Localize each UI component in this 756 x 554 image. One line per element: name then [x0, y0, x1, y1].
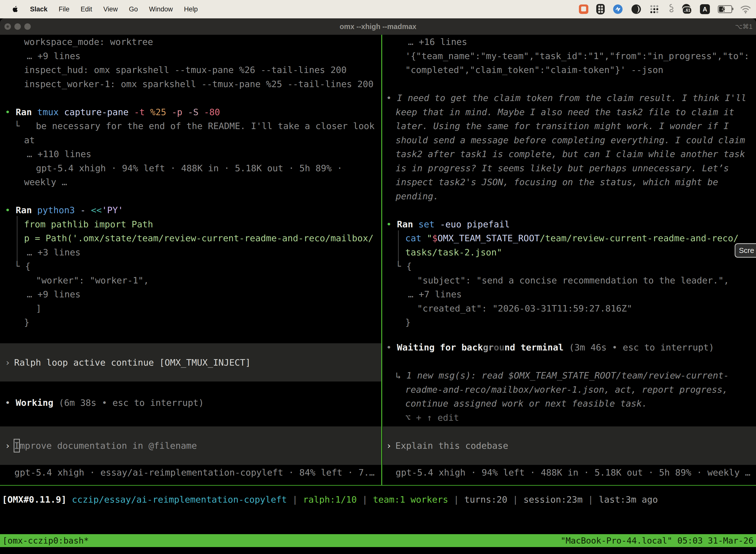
terminal-line: at: [24, 133, 35, 147]
menu-bar: Slack File Edit View Go Window Help: [0, 0, 756, 18]
apple-menu-icon[interactable]: [11, 5, 19, 13]
tmux-pane-border: [0, 485, 756, 486]
terminal-line: • Waiting for background terminal (3m 46…: [386, 340, 714, 354]
tmux-session-name[interactable]: [omx-cczip0:bash*: [2, 536, 89, 546]
terminal-line: • Ran python3 - <<'PY': [5, 203, 123, 217]
terminal-line: }: [24, 315, 29, 329]
terminal-line: └ {: [14, 259, 30, 273]
crescent-icon[interactable]: [631, 4, 641, 15]
window-title: omx --xhigh --madmax: [0, 18, 756, 35]
terminal-line: "created_at": "2026-03-31T11:59:27.816Z": [417, 301, 632, 316]
screen: Slack File Edit View Go Window Help: [0, 0, 756, 554]
right-pane: … +16 lines'{"team_name":"my-team","task…: [381, 35, 756, 486]
left-pane: workspace_mode: worktree… +9 linesinspec…: [0, 35, 381, 486]
terminal-line: cat "$OMX_TEAM_STATE_ROOT/team/review-cu…: [405, 231, 739, 245]
terminal-line: inspect_hud: omx sparkshell --tmux-pane …: [24, 63, 346, 77]
menu-item-window[interactable]: Window: [149, 5, 173, 13]
inject-banner-text: Ralph loop active continue [OMX_TMUX_INJ…: [14, 357, 251, 368]
working-status: • Working (6m 38s • esc to interrupt): [5, 396, 204, 410]
terminal-line: task2 after task1 is complete, but can I…: [396, 147, 745, 161]
dots-grid-icon[interactable]: [649, 4, 659, 15]
left-model-status: gpt-5.4 xhigh · essay/ai-reimplementatio…: [14, 465, 375, 480]
output-connector-line: [17, 216, 17, 262]
terminal-line: └ {: [396, 259, 412, 273]
terminal-line: ⌥ + ↑ edit: [405, 410, 459, 425]
keyboard-layout-icon[interactable]: A: [700, 4, 710, 15]
left-input-box[interactable]: › Improve documentation in @filename: [0, 427, 381, 465]
terminal-line: … +9 lines: [27, 287, 81, 301]
terminal-line: … +110 lines: [27, 147, 91, 161]
terminal-line: weekly …: [24, 175, 67, 189]
right-model-status: gpt-5.4 xhigh · 94% left · 488K in · 5.1…: [396, 465, 750, 480]
terminal-line: should send a message before completing …: [396, 133, 745, 147]
window-shortcut-hint: ⌥⌘1: [735, 18, 753, 35]
sync-badge-icon[interactable]: [613, 4, 623, 15]
terminal-line: }: [405, 315, 411, 329]
chat-bubble-icon[interactable]: [579, 4, 588, 15]
output-connector-line: [398, 230, 398, 262]
wifi-icon[interactable]: [740, 4, 751, 15]
prompt-chevron: ›: [5, 441, 14, 451]
omx-status-line: [OMX#0.11.9] cczip/essay/ai-reimplementa…: [2, 492, 658, 507]
terminal-line: inspect_worker-1: omx sparkshell --tmux-…: [24, 77, 374, 91]
terminal-line: pending.: [396, 189, 439, 203]
terminal-line: "worker": "worker-1",: [36, 273, 149, 287]
terminal-line: ↳ 1 new msg(s): read $OMX_TEAM_STATE_ROO…: [396, 368, 729, 383]
terminal-line: p = Path('.omx/state/team/review-current…: [24, 231, 374, 245]
terminal-line: └ be necessary for the end of the README…: [14, 119, 375, 133]
screenshot-toast[interactable]: Scre: [735, 243, 756, 258]
terminal-line: … +16 lines: [408, 35, 467, 49]
terminal-line: inspect task2's JSON, focusing on the st…: [396, 175, 718, 189]
terminal-line: readme-and-reco/mailbox/worker-1.json, a…: [405, 383, 728, 397]
menu-item-file[interactable]: File: [59, 5, 70, 13]
timer-badge-icon[interactable]: ..61: [682, 4, 692, 14]
battery-charging-icon[interactable]: [718, 4, 732, 15]
terminal-line: keep that in mind. Maybe I also need the…: [396, 105, 734, 119]
left-input-placeholder: Improve documentation in @filename: [14, 441, 197, 451]
right-input-box[interactable]: › Explain this codebase: [383, 427, 756, 465]
terminal-line: '{"team_name":"my-team","task_id":"1","f…: [405, 49, 749, 63]
terminal-line: continue assigned work or next feasible …: [405, 396, 647, 410]
terminal-line: "subject": "send a concise recommendatio…: [417, 273, 729, 287]
menu-item-slack[interactable]: Slack: [30, 5, 48, 13]
terminal-line: • I need to get the claim token from the…: [386, 91, 746, 105]
terminal-line: tasks/task-2.json": [405, 245, 502, 259]
terminal-line: … +9 lines: [27, 49, 81, 63]
window-title-bar: omx --xhigh --madmax ⌥⌘1: [0, 18, 756, 35]
terminal-line: from pathlib import Path: [24, 217, 153, 231]
terminal-line: gpt-5.4 xhigh · 94% left · 488K in · 5.1…: [36, 161, 342, 175]
tmux-inject-banner: › Ralph loop active continue [OMX_TMUX_I…: [0, 343, 381, 382]
tmux-status-bar: [omx-cczip0:bash* "MacBook-Pro-44.local"…: [0, 534, 756, 547]
terminal-line: is in progress? It seems likely but perh…: [396, 161, 729, 175]
terminal-line: ]: [36, 301, 42, 316]
terminal-line: … +3 lines: [27, 245, 81, 259]
timer-badge-value: ..61: [682, 6, 692, 14]
terminal-line: … +7 lines: [408, 287, 462, 301]
terminal-line: later. Using the same for transition mig…: [396, 119, 729, 133]
menu-item-go[interactable]: Go: [129, 5, 138, 13]
text-cursor: I: [14, 441, 19, 451]
right-input-placeholder: Explain this codebase: [395, 441, 508, 451]
hook-icon[interactable]: [667, 4, 674, 15]
terminal-line: • Ran tmux capture-pane -t %25 -p -S -80: [5, 105, 220, 119]
terminal-line: "completed","claim_token":"claim-token"}…: [405, 63, 663, 77]
terminal-line: workspace_mode: worktree: [24, 35, 153, 49]
prompt-chevron: ›: [5, 357, 14, 368]
menu-item-view[interactable]: View: [104, 5, 118, 13]
keypad-shield-icon[interactable]: [596, 4, 605, 15]
menu-item-edit[interactable]: Edit: [81, 5, 92, 13]
menu-item-help[interactable]: Help: [184, 5, 198, 13]
tmux-host-clock: "MacBook-Pro-44.local" 05:03 31-Mar-26: [561, 536, 754, 546]
terminal-line: • Ran set -euo pipefail: [386, 217, 510, 231]
prompt-chevron: ›: [386, 441, 395, 451]
